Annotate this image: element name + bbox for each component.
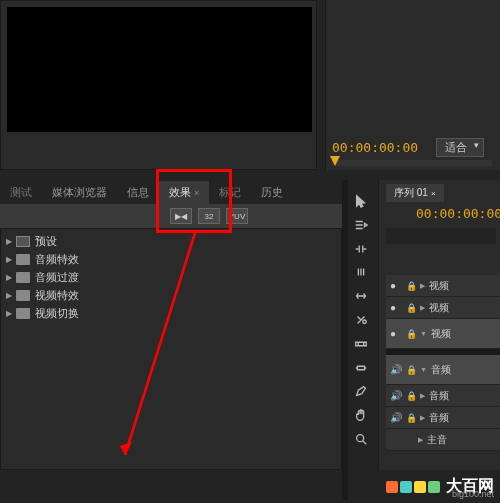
folder-icon <box>16 254 30 265</box>
track-select-tool[interactable] <box>352 216 370 234</box>
chevron-down-icon: ▼ <box>420 330 427 337</box>
effects-filter-row: ▶◀ 32 YUV <box>0 204 342 228</box>
folder-icon <box>16 272 30 283</box>
tree-item-label: 音频特效 <box>35 252 79 267</box>
zoom-tool[interactable] <box>352 430 370 448</box>
speaker-icon[interactable]: 🔊 <box>390 412 402 423</box>
timeline-tracks: ●🔒▶视频 ●🔒▶视频 ●🔒▼视频 🔊🔒▼音频 🔊🔒▶音频 🔊🔒▶音频 ▶主音 <box>386 275 500 451</box>
lock-icon[interactable]: 🔒 <box>406 365 416 375</box>
tree-item-label: 视频特效 <box>35 288 79 303</box>
timeline-ruler[interactable] <box>386 228 496 244</box>
watermark-url: big100.net <box>452 489 494 499</box>
chevron-right-icon: ▶ <box>418 436 423 444</box>
lock-icon[interactable]: 🔒 <box>406 413 416 423</box>
32bit-filter-button[interactable]: 32 <box>198 208 220 224</box>
lock-icon[interactable]: 🔒 <box>406 391 416 401</box>
slip-tool[interactable] <box>352 335 370 353</box>
chevron-right-icon: ▶ <box>420 304 425 312</box>
folder-icon <box>16 308 30 319</box>
preset-folder-icon <box>16 236 30 247</box>
svg-point-0 <box>357 435 364 442</box>
track-label: 音频 <box>431 363 451 377</box>
ripple-edit-tool[interactable] <box>352 240 370 258</box>
slide-tool[interactable] <box>352 359 370 377</box>
audio-track-1[interactable]: 🔊🔒▼音频 <box>386 355 500 385</box>
effects-panel-tabs: 测试 媒体浏览器 信息 效果× 标记 历史 <box>0 180 342 204</box>
lock-icon[interactable]: 🔒 <box>406 329 416 339</box>
chevron-right-icon: ▶ <box>6 309 16 318</box>
video-track-1[interactable]: ●🔒▼视频 <box>386 319 500 349</box>
video-track-3[interactable]: ●🔒▶视频 <box>386 275 500 297</box>
timeline-timecode[interactable]: 00:00:00:00 <box>416 206 500 221</box>
track-label: 音频 <box>429 411 449 425</box>
eye-icon[interactable]: ● <box>390 280 402 291</box>
razor-tool[interactable] <box>352 311 370 329</box>
selection-tool[interactable] <box>352 192 370 210</box>
audio-track-3[interactable]: 🔊🔒▶音频 <box>386 407 500 429</box>
eye-icon[interactable]: ● <box>390 302 402 313</box>
effects-tree: ▶ 预设 ▶ 音频特效 ▶ 音频过渡 ▶ 视频特效 ▶ 视频切换 <box>0 232 342 322</box>
video-track-2[interactable]: ●🔒▶视频 <box>386 297 500 319</box>
close-icon[interactable]: × <box>431 189 436 198</box>
pen-tool[interactable] <box>352 383 370 401</box>
track-label: 视频 <box>429 301 449 315</box>
chevron-right-icon: ▶ <box>420 392 425 400</box>
program-scrubber[interactable] <box>332 160 492 166</box>
tab-history[interactable]: 历史 <box>251 181 293 204</box>
tree-item-video-transitions[interactable]: ▶ 视频切换 <box>0 304 342 322</box>
rate-stretch-tool[interactable] <box>352 287 370 305</box>
tree-item-video-effects[interactable]: ▶ 视频特效 <box>0 286 342 304</box>
track-label: 视频 <box>431 327 451 341</box>
audio-track-2[interactable]: 🔊🔒▶音频 <box>386 385 500 407</box>
tab-markers[interactable]: 标记 <box>209 181 251 204</box>
chevron-down-icon: ▼ <box>420 366 427 373</box>
chevron-right-icon: ▶ <box>6 291 16 300</box>
track-label: 主音 <box>427 433 447 447</box>
chevron-right-icon: ▶ <box>6 273 16 282</box>
panel-divider[interactable] <box>342 180 348 500</box>
rolling-edit-tool[interactable] <box>352 263 370 281</box>
chevron-right-icon: ▶ <box>6 255 16 264</box>
tree-item-label: 预设 <box>35 234 57 249</box>
eye-icon[interactable]: ● <box>390 328 402 339</box>
tree-item-audio-transitions[interactable]: ▶ 音频过渡 <box>0 268 342 286</box>
lock-icon[interactable]: 🔒 <box>406 303 416 313</box>
source-monitor-viewport <box>7 7 312 132</box>
master-track[interactable]: ▶主音 <box>386 429 500 451</box>
tab-effects[interactable]: 效果× <box>159 181 209 204</box>
track-label: 音频 <box>429 389 449 403</box>
speaker-icon[interactable]: 🔊 <box>390 390 402 401</box>
sequence-tab[interactable]: 序列 01× <box>386 184 444 202</box>
tree-item-label: 视频切换 <box>35 306 79 321</box>
accelerated-filter-button[interactable]: ▶◀ <box>170 208 192 224</box>
chevron-right-icon: ▶ <box>420 414 425 422</box>
watermark: 大百网 big100.net <box>386 476 494 497</box>
chevron-right-icon: ▶ <box>6 237 16 246</box>
watermark-logo-icon <box>386 481 440 493</box>
lock-icon[interactable]: 🔒 <box>406 281 416 291</box>
tree-item-label: 音频过渡 <box>35 270 79 285</box>
tree-item-audio-effects[interactable]: ▶ 音频特效 <box>0 250 342 268</box>
program-timecode[interactable]: 00:00:00:00 <box>332 140 418 155</box>
hand-tool[interactable] <box>352 406 370 424</box>
tools-panel <box>350 188 372 448</box>
folder-icon <box>16 290 30 301</box>
tab-info[interactable]: 信息 <box>117 181 159 204</box>
source-monitor-panel <box>0 0 317 170</box>
tree-item-presets[interactable]: ▶ 预设 <box>0 232 342 250</box>
speaker-icon[interactable]: 🔊 <box>390 364 402 375</box>
tab-media-browser[interactable]: 媒体浏览器 <box>42 181 117 204</box>
zoom-fit-dropdown[interactable]: 适合 <box>436 138 484 157</box>
tab-project[interactable]: 测试 <box>0 181 42 204</box>
yuv-filter-button[interactable]: YUV <box>226 208 248 224</box>
close-icon[interactable]: × <box>194 188 199 198</box>
chevron-right-icon: ▶ <box>420 282 425 290</box>
track-label: 视频 <box>429 279 449 293</box>
